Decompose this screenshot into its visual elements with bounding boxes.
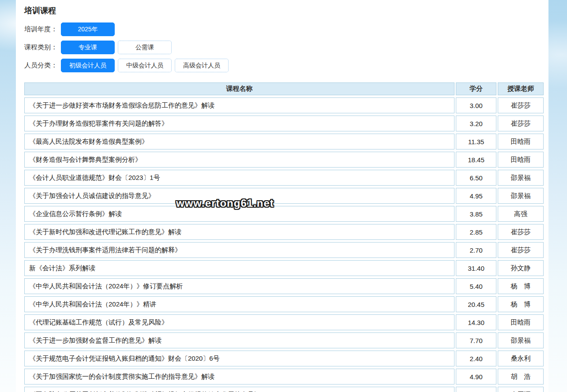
column-header-2: 授课老师 (498, 82, 544, 95)
table-row[interactable]: 《中华人民共和国会计法（2024年）》精讲20.45杨 博 (24, 296, 544, 312)
course-name-cell: 《中华人民共和国会计法（2024年）》修订要点解析 (24, 278, 454, 294)
course-name-cell: 《关于办理财务造假犯罪案件有关问题的解答》 (24, 116, 454, 131)
credit-cell: 11.35 (456, 134, 496, 149)
table-row[interactable]: 《关于进一步加强财会监督工作的意见》解读7.70邵景福 (24, 332, 544, 348)
credit-cell: 20.45 (456, 296, 496, 312)
teacher-cell: 田晗雨 (498, 314, 544, 330)
table-row[interactable]: 《关于进一步做好资本市场财务造假综合惩防工作的意见》解读3.00崔莎莎 (24, 97, 544, 113)
content-panel: 培训课程 培训年度：2025年课程类别：专业课公需课人员分类：初级会计人员中级会… (16, 0, 548, 392)
filter-row-personnel-category: 人员分类：初级会计人员中级会计人员高级会计人员 (23, 56, 548, 75)
credit-cell: 3.20 (456, 116, 496, 131)
credit-cell: 31.40 (456, 260, 496, 276)
filter-section: 培训年度：2025年课程类别：专业课公需课人员分类：初级会计人员中级会计人员高级… (23, 20, 548, 75)
course-name-cell: 《关于规范电子会计凭证报销入账归档的通知》财会〔2020〕6号 (24, 351, 454, 366)
filter-course-category-option-1[interactable]: 专业课 (61, 41, 115, 54)
table-row[interactable]: 《财务造假与会计舞弊典型案例分析》18.45田晗雨 (24, 152, 544, 168)
course-name-cell: 《关于办理洗钱刑事案件适用法律若干问题的解释》 (24, 242, 454, 258)
credit-cell: 2.70 (456, 242, 496, 258)
teacher-cell: 邵景福 (498, 170, 544, 186)
course-name-cell: 《代理记账基础工作规范（试行）及常见风险》 (24, 314, 454, 330)
table-row[interactable]: 《关于规范电子会计凭证报销入账归档的通知》财会〔2020〕6号2.40桑永利 (24, 351, 544, 366)
teacher-cell: 杨 博 (498, 296, 544, 312)
course-name-cell: 《会计人员职业道德规范》财会〔2023〕1号 (24, 170, 454, 186)
course-name-cell: 《国务院办公厅关于创新完善体制机制推动招标投标市场规范健康发展的意见》 (24, 387, 454, 392)
table-row[interactable]: 《国务院办公厅关于创新完善体制机制推动招标投标市场规范健康发展的意见》2.70李… (24, 387, 544, 392)
teacher-cell: 桑永利 (498, 351, 544, 366)
course-name-cell: 新《会计法》系列解读 (24, 260, 454, 276)
teacher-cell: 高强 (498, 206, 544, 222)
table-row[interactable]: 《关于办理洗钱刑事案件适用法律若干问题的解释》2.70崔莎莎 (24, 242, 544, 258)
course-name-cell: 《关于进一步做好资本市场财务造假综合惩防工作的意见》解读 (24, 97, 454, 113)
course-name-cell: 《企业信息公示暂行条例》解读 (24, 206, 454, 222)
table-row[interactable]: 《企业信息公示暂行条例》解读3.85高强 (24, 206, 544, 222)
credit-cell: 3.00 (456, 97, 496, 113)
credit-cell: 14.30 (456, 314, 496, 330)
teacher-cell: 李开源 (498, 387, 544, 392)
filter-personnel-category-option-1[interactable]: 初级会计人员 (61, 59, 115, 72)
teacher-cell: 胡 浩 (498, 369, 544, 385)
credit-cell: 5.40 (456, 278, 496, 294)
table-row[interactable]: 《关于加强会计人员诚信建设的指导意见》4.95邵景福 (24, 188, 544, 204)
teacher-cell: 田晗雨 (498, 134, 544, 149)
credit-cell: 2.40 (456, 351, 496, 366)
column-header-1: 学分 (456, 82, 496, 95)
table-row[interactable]: 《最高人民法院发布财务造假典型案例》11.35田晗雨 (24, 134, 544, 149)
credit-cell: 4.95 (456, 188, 496, 204)
teacher-cell: 邵景福 (498, 188, 544, 204)
filter-row-training-year: 培训年度：2025年 (23, 20, 548, 38)
credit-cell: 6.50 (456, 170, 496, 186)
table-row[interactable]: 《会计人员职业道德规范》财会〔2023〕1号6.50邵景福 (24, 170, 544, 186)
credit-cell: 18.45 (456, 152, 496, 168)
course-name-cell: 《关于加强国家统一的会计制度贯彻实施工作的指导意见》解读 (24, 369, 454, 385)
filter-training-year-option-1[interactable]: 2025年 (61, 22, 115, 36)
course-name-cell: 《关于新时代加强和改进代理记账工作的意见》解读 (24, 224, 454, 240)
course-name-cell: 《关于加强会计人员诚信建设的指导意见》 (24, 188, 454, 204)
course-name-cell: 《中华人民共和国会计法（2024年）》精讲 (24, 296, 454, 312)
table-row[interactable]: 《关于新时代加强和改进代理记账工作的意见》解读2.85崔莎莎 (24, 224, 544, 240)
teacher-cell: 邵景福 (498, 332, 544, 348)
table-row[interactable]: 《关于办理财务造假犯罪案件有关问题的解答》3.20崔莎莎 (24, 116, 544, 131)
filter-personnel-category-option-3[interactable]: 高级会计人员 (175, 59, 229, 72)
teacher-cell: 崔莎莎 (498, 97, 544, 113)
course-table-wrap: 课程名称学分授课老师 《关于进一步做好资本市场财务造假综合惩防工作的意见》解读3… (23, 80, 548, 392)
course-name-cell: 《财务造假与会计舞弊典型案例分析》 (24, 152, 454, 168)
credit-cell: 4.90 (456, 369, 496, 385)
teacher-cell: 崔莎莎 (498, 116, 544, 131)
credit-cell: 2.85 (456, 224, 496, 240)
filter-label-training-year: 培训年度： (24, 25, 61, 34)
filter-course-category-option-2[interactable]: 公需课 (118, 41, 172, 54)
course-table: 课程名称学分授课老师 《关于进一步做好资本市场财务造假综合惩防工作的意见》解读3… (23, 80, 545, 392)
credit-cell: 7.70 (456, 332, 496, 348)
column-header-0: 课程名称 (24, 82, 454, 95)
teacher-cell: 崔莎莎 (498, 242, 544, 258)
table-row[interactable]: 《代理记账基础工作规范（试行）及常见风险》14.30田晗雨 (24, 314, 544, 330)
table-row[interactable]: 《中华人民共和国会计法（2024年）》修订要点解析5.40杨 博 (24, 278, 544, 294)
filter-row-course-category: 课程类别：专业课公需课 (23, 38, 548, 56)
teacher-cell: 崔莎莎 (498, 224, 544, 240)
course-name-cell: 《最高人民法院发布财务造假典型案例》 (24, 134, 454, 149)
table-header-row: 课程名称学分授课老师 (24, 82, 544, 95)
filter-label-personnel-category: 人员分类： (24, 61, 61, 70)
filter-personnel-category-option-2[interactable]: 中级会计人员 (118, 59, 172, 72)
credit-cell: 2.70 (456, 387, 496, 392)
teacher-cell: 杨 博 (498, 278, 544, 294)
table-row[interactable]: 新《会计法》系列解读31.40孙文静 (24, 260, 544, 276)
course-name-cell: 《关于进一步加强财会监督工作的意见》解读 (24, 332, 454, 348)
teacher-cell: 孙文静 (498, 260, 544, 276)
credit-cell: 3.85 (456, 206, 496, 222)
filter-label-course-category: 课程类别： (24, 43, 61, 52)
teacher-cell: 田晗雨 (498, 152, 544, 168)
page-title: 培训课程 (24, 5, 548, 16)
table-row[interactable]: 《关于加强国家统一的会计制度贯彻实施工作的指导意见》解读4.90胡 浩 (24, 369, 544, 385)
